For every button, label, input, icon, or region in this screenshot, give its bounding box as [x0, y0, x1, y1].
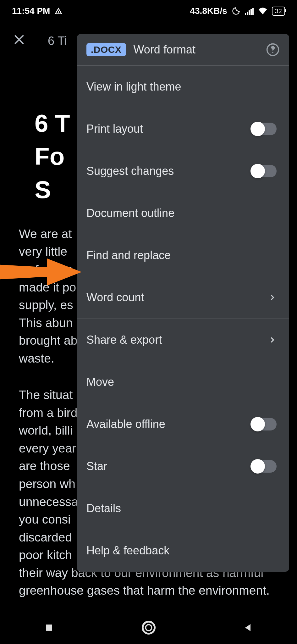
menu-item-document-outline[interactable]: Document outline: [77, 192, 289, 234]
suggest-changes-toggle[interactable]: [251, 165, 277, 177]
menu-item-find-replace[interactable]: Find and replace: [77, 234, 289, 276]
svg-rect-4: [252, 8, 254, 15]
battery-indicator: 32: [272, 7, 285, 16]
signal-icon: [245, 7, 254, 15]
menu-item-label: Suggest changes: [86, 164, 251, 178]
help-icon[interactable]: [266, 43, 280, 57]
docx-badge: .DOCX: [86, 43, 126, 56]
menu-item-share-export[interactable]: Share & export: [77, 319, 289, 361]
warning-icon: [54, 7, 63, 15]
menu-item-star[interactable]: Star: [77, 445, 289, 487]
svg-rect-7: [46, 625, 52, 631]
dnd-moon-icon: [232, 7, 240, 15]
wifi-icon: [258, 7, 267, 15]
data-rate: 43.8KB/s: [190, 6, 227, 16]
app-bar-title: 6 Ti: [48, 34, 67, 48]
menu-item-print-layout[interactable]: Print layout: [77, 108, 289, 150]
menu-item-details[interactable]: Details: [77, 487, 289, 530]
available-offline-toggle[interactable]: [251, 418, 277, 430]
menu-item-label: Available offline: [86, 418, 251, 431]
menu-item-label: Word count: [86, 291, 268, 304]
menu-item-suggest-changes[interactable]: Suggest changes: [77, 150, 289, 192]
menu-item-label: Share & export: [86, 333, 268, 347]
star-toggle[interactable]: [251, 460, 277, 473]
menu-header-title: Word format: [134, 43, 258, 56]
menu-item-label: Move: [86, 375, 277, 389]
menu-item-help-feedback[interactable]: Help & feedback: [77, 530, 289, 572]
svg-rect-1: [247, 12, 248, 15]
nav-back-icon[interactable]: [243, 622, 254, 634]
svg-point-9: [146, 625, 151, 630]
close-icon[interactable]: [13, 33, 26, 49]
svg-point-8: [142, 622, 154, 634]
svg-rect-2: [249, 10, 250, 15]
status-time: 11:54 PM: [12, 6, 50, 16]
nav-recent-icon[interactable]: [44, 622, 54, 634]
menu-item-view-theme[interactable]: View in light theme: [77, 66, 289, 108]
status-bar: 11:54 PM 43.8KB/s 32: [0, 0, 297, 22]
menu-item-label: View in light theme: [86, 80, 277, 93]
svg-rect-0: [245, 13, 246, 15]
overflow-menu: .DOCX Word format View in light theme Pr…: [77, 34, 289, 572]
menu-item-label: Details: [86, 502, 277, 515]
print-layout-toggle[interactable]: [251, 123, 277, 135]
chevron-right-icon: [268, 293, 277, 302]
menu-item-move[interactable]: Move: [77, 361, 289, 403]
chevron-right-icon: [268, 336, 277, 344]
menu-item-label: Document outline: [86, 207, 277, 220]
svg-rect-3: [250, 9, 252, 15]
menu-item-available-offline[interactable]: Available offline: [77, 403, 289, 445]
menu-item-label: Print layout: [86, 122, 251, 136]
menu-item-label: Star: [86, 460, 251, 473]
menu-item-label: Find and replace: [86, 249, 277, 262]
menu-header: .DOCX Word format: [77, 34, 289, 66]
menu-item-label: Help & feedback: [86, 544, 277, 557]
nav-home-icon[interactable]: [141, 620, 156, 636]
menu-item-word-count[interactable]: Word count: [77, 276, 289, 319]
system-nav-bar: [0, 613, 297, 644]
